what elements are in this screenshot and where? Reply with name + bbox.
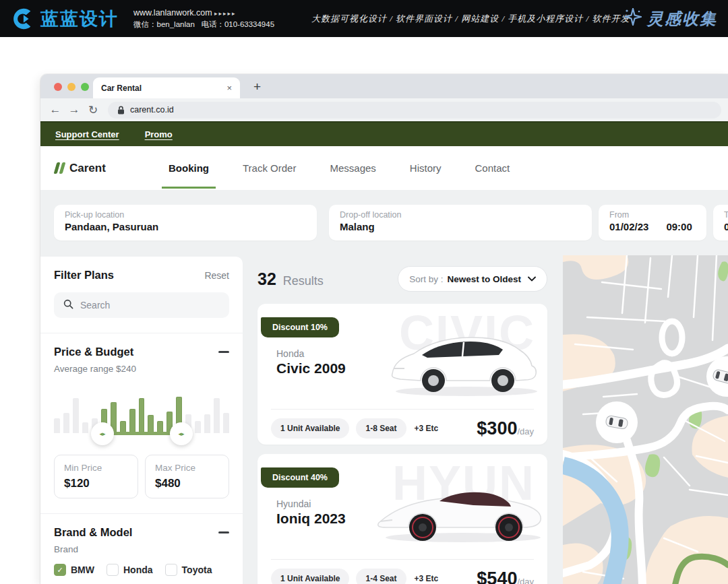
search-placeholder: Search: [80, 300, 110, 311]
brand-checkbox-toyota[interactable]: Toyota: [165, 564, 212, 576]
brand-checkbox-bmw[interactable]: ✓BMW: [54, 564, 94, 576]
filter-search-input[interactable]: Search: [54, 292, 229, 318]
map-panel[interactable]: [563, 255, 728, 584]
from-label: From: [609, 210, 696, 220]
banner-services: 大数据可视化设计 / 软件界面设计 / 网站建设 / 手机及小程序设计 / 软件…: [311, 0, 630, 37]
car-image-civic: [379, 321, 547, 405]
checkbox-unchecked-icon[interactable]: [107, 564, 119, 576]
price-period: /day: [517, 426, 534, 436]
pickup-location-field[interactable]: Pick-up location Pandaan, Pasuruan: [54, 205, 317, 240]
price-histogram: ◂▸ ◂▸: [54, 391, 229, 445]
support-center-link[interactable]: Support Center: [55, 129, 119, 139]
dropoff-value: Malang: [340, 221, 581, 232]
min-price-field[interactable]: Min Price $120: [54, 455, 138, 498]
close-window-button[interactable]: [54, 83, 62, 91]
browser-tabbar: Car Rental × +: [40, 74, 728, 98]
from-datetime-field[interactable]: From 01/02/23 09:00: [599, 205, 706, 240]
results-number: 32: [257, 269, 276, 289]
brand-group-label: Brand: [54, 544, 229, 554]
range-handle-max[interactable]: ◂▸: [170, 422, 193, 445]
units-pill: 1 Unit Available: [271, 569, 349, 584]
promo-banner: 蓝蓝设计 www.lanlanwork.com ▸▸▸▸▸ 微信：ben_lan…: [0, 0, 728, 37]
pickup-value: Pandaan, Pasuruan: [65, 221, 306, 232]
reset-button[interactable]: Reset: [204, 270, 229, 281]
car-marker-center: [596, 401, 638, 443]
etc-text: +3 Etc: [415, 574, 439, 583]
histogram-bar: [195, 421, 201, 433]
banner-arrows: ▸▸▸▸▸: [214, 10, 237, 17]
banner-collect-text: 灵感收集: [647, 8, 717, 30]
min-price-value: $120: [64, 477, 128, 490]
chevron-down-icon: [528, 275, 536, 283]
reload-button[interactable]: ↻: [85, 103, 101, 117]
price-value: $540: [477, 569, 517, 584]
site-nav: Carent Booking Track Order Messages Hist…: [40, 146, 728, 190]
browser-tab[interactable]: Car Rental ×: [93, 77, 240, 98]
browser-window: Car Rental × + ← → ↻ carent.co.id Suppor…: [40, 74, 728, 584]
collapse-icon[interactable]: [218, 351, 229, 353]
max-price-label: Max Price: [155, 463, 219, 473]
minimize-window-button[interactable]: [67, 83, 75, 91]
back-button[interactable]: ←: [47, 103, 63, 117]
page-content: Pick-up location Pandaan, Pasuruan Drop-…: [40, 190, 728, 584]
browser-toolbar: ← → ↻ carent.co.id: [40, 98, 728, 121]
filter-header-section: Filter Plans Reset Search: [40, 257, 243, 333]
promo-link[interactable]: Promo: [145, 129, 173, 139]
nav-item-messages[interactable]: Messages: [328, 148, 377, 189]
car-model: Ioniq 2023: [276, 511, 346, 527]
lanlan-logo-text: 蓝蓝设计: [40, 7, 119, 31]
histogram-bar: [204, 414, 210, 433]
tab-close-icon[interactable]: ×: [226, 84, 232, 92]
histogram-bar: [148, 415, 154, 433]
car-card-civic[interactable]: CIVIC Discount 10% Honda Civic 2009: [257, 304, 547, 445]
results-count: 32 Results: [257, 269, 324, 289]
from-time: 09:00: [666, 221, 692, 232]
price-budget-section: Price & Budget Average range $240 ◂▸ ◂▸ …: [40, 333, 243, 513]
to-datetime-field[interactable]: T 0: [713, 205, 728, 240]
new-tab-button[interactable]: +: [253, 79, 261, 94]
histogram-bar: [73, 398, 79, 433]
maximize-window-button[interactable]: [81, 83, 89, 91]
nav-item-contact[interactable]: Contact: [474, 148, 512, 189]
price-budget-title: Price & Budget: [54, 346, 133, 358]
url-bar[interactable]: carent.co.id: [108, 102, 721, 119]
brand-model-section: Brand & Model Brand ✓BMWHondaToyota: [40, 513, 243, 584]
price-value: $300: [477, 418, 517, 439]
lanlan-logo: 蓝蓝设计: [9, 6, 119, 32]
collapse-icon[interactable]: [218, 531, 229, 533]
checkbox-checked-icon[interactable]: ✓: [54, 564, 66, 576]
average-range-text: Average range $240: [54, 364, 229, 374]
carent-brand-name: Carent: [69, 162, 106, 175]
dropoff-label: Drop-off location: [340, 210, 581, 220]
forward-button[interactable]: →: [66, 103, 82, 117]
max-price-field[interactable]: Max Price $480: [145, 455, 229, 498]
car-brand: Honda: [276, 348, 304, 359]
dropoff-location-field[interactable]: Drop-off location Malang: [329, 205, 592, 240]
range-handle-min[interactable]: ◂▸: [91, 422, 114, 445]
brand-checkbox-honda[interactable]: Honda: [107, 564, 153, 576]
histogram-bar: [82, 422, 88, 433]
to-value: 0: [724, 221, 728, 232]
min-price-label: Min Price: [64, 463, 128, 473]
banner-collect: 灵感收集: [624, 0, 717, 37]
checkbox-unchecked-icon[interactable]: [165, 564, 177, 576]
histogram-bar: [63, 413, 69, 433]
brand-checkbox-label: Honda: [123, 564, 153, 575]
from-date: 01/02/23: [609, 221, 648, 232]
carent-logo-icon: [55, 162, 64, 174]
carent-logo[interactable]: Carent: [55, 162, 143, 175]
etc-text: +3 Etc: [415, 424, 439, 433]
nav-item-history[interactable]: History: [408, 148, 443, 189]
sort-label: Sort by :: [409, 274, 443, 284]
nav-item-track-order[interactable]: Track Order: [241, 148, 297, 189]
histogram-bar: [129, 409, 135, 433]
discount-badge: Discount 40%: [261, 467, 339, 488]
nav-item-booking[interactable]: Booking: [167, 148, 210, 189]
sort-dropdown[interactable]: Sort by : Newest to Oldest: [398, 266, 547, 292]
sort-value: Newest to Oldest: [447, 274, 521, 284]
car-card-ioniq[interactable]: HYUN Discount 40%: [257, 454, 547, 584]
window-controls[interactable]: [54, 83, 89, 91]
seats-pill: 1-8 Seat: [356, 418, 406, 439]
banner-wechat: 微信：ben_lanlan: [133, 20, 195, 28]
search-icon: [63, 299, 73, 312]
